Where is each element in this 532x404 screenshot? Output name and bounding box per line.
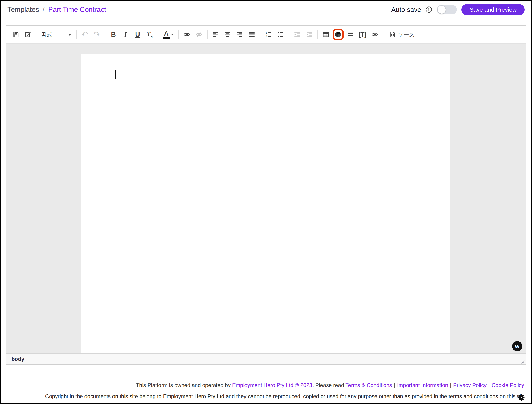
- toolbar-templates-button[interactable]: [22, 28, 34, 41]
- text-color-button[interactable]: A: [160, 28, 176, 41]
- indent-icon: [306, 31, 313, 38]
- remove-format-button[interactable]: Tx: [144, 28, 156, 41]
- breadcrumb-templates-link[interactable]: Templates: [7, 6, 39, 14]
- preview-button[interactable]: [369, 28, 381, 41]
- terms-conditions-link[interactable]: Terms & Conditions: [345, 382, 392, 388]
- toolbar-divider: [178, 30, 179, 39]
- resize-handle[interactable]: [519, 359, 525, 364]
- insert-table-button[interactable]: [320, 28, 332, 41]
- save-and-preview-button[interactable]: Save and Preview: [461, 4, 525, 15]
- undo-button[interactable]: ↶: [79, 28, 91, 41]
- undo-icon: ↶: [81, 31, 88, 38]
- toolbar-divider: [383, 30, 383, 39]
- text-color-icon: A: [163, 31, 170, 38]
- toolbar-divider: [260, 30, 260, 39]
- toolbar-divider: [289, 30, 289, 39]
- underline-icon: U: [135, 31, 140, 38]
- chevron-down-icon: [68, 34, 71, 36]
- indent-button[interactable]: [303, 28, 315, 41]
- text-block-button[interactable]: [T]: [357, 28, 369, 41]
- justify-icon: [249, 31, 255, 38]
- link-icon: [184, 31, 190, 38]
- source-label: ソース: [398, 31, 415, 38]
- breadcrumb-separator: /: [43, 6, 45, 14]
- toolbar-save-button[interactable]: [10, 28, 22, 41]
- numbered-list-button[interactable]: 1 2: [263, 28, 275, 41]
- employment-hero-link[interactable]: Employment Hero Pty Ltd © 2023: [232, 382, 312, 388]
- document-page[interactable]: [81, 54, 450, 353]
- toolbar-divider: [105, 30, 105, 39]
- breadcrumb-current-page[interactable]: Part Time Contract: [48, 6, 106, 14]
- footer-line-2: Copyright in the documents on this site …: [1, 391, 524, 402]
- edit-template-icon: [25, 31, 31, 38]
- editor-toolbar: 書式 ↶ ↷ B I U Tx A: [6, 26, 526, 44]
- outdent-button[interactable]: [291, 28, 303, 41]
- redo-button[interactable]: ↷: [91, 28, 103, 41]
- svg-text:2: 2: [266, 35, 267, 38]
- privacy-policy-link[interactable]: Privacy Policy: [453, 382, 487, 388]
- page-break-icon: [347, 31, 354, 38]
- watermark-logo[interactable]: w: [512, 341, 522, 351]
- footer-separator: |: [488, 382, 490, 388]
- footer: This Platform is owned and operated by E…: [1, 379, 524, 402]
- bold-button[interactable]: B: [107, 28, 119, 41]
- align-center-icon: [224, 31, 231, 38]
- align-right-icon: [237, 31, 243, 38]
- text-cursor: [115, 70, 116, 79]
- insert-placeholder-button[interactable]: [332, 28, 344, 41]
- format-dropdown[interactable]: 書式: [38, 28, 74, 41]
- preview-eye-icon: [371, 31, 378, 38]
- save-icon: [12, 31, 19, 38]
- editor-canvas: w: [6, 44, 526, 353]
- footer-text: . Please read: [312, 382, 346, 388]
- underline-button[interactable]: U: [132, 28, 144, 41]
- redo-icon: ↷: [93, 31, 100, 38]
- autosave-toggle[interactable]: [437, 5, 457, 14]
- align-left-button[interactable]: [210, 28, 222, 41]
- bulleted-list-icon: [277, 31, 284, 38]
- important-information-link[interactable]: Important Information: [397, 382, 448, 388]
- footer-line-1: This Platform is owned and operated by E…: [1, 379, 524, 391]
- copyright-text: Copyright in the documents on this site …: [45, 393, 522, 399]
- bold-icon: B: [111, 31, 116, 38]
- toolbar-divider: [76, 30, 77, 39]
- align-right-button[interactable]: [234, 28, 246, 41]
- toolbar-divider: [207, 30, 207, 39]
- rich-text-editor: 書式 ↶ ↷ B I U Tx A: [6, 25, 526, 365]
- top-actions: Auto save Save and Preview: [391, 4, 525, 15]
- highlight-annotation: [333, 29, 344, 40]
- justify-button[interactable]: [246, 28, 258, 41]
- italic-icon: I: [124, 31, 127, 38]
- info-icon[interactable]: [426, 6, 432, 13]
- element-path-body[interactable]: body: [11, 356, 24, 362]
- remove-format-icon: Tx: [147, 31, 153, 38]
- top-bar: Templates / Part Time Contract Auto save…: [1, 1, 531, 19]
- align-center-button[interactable]: [222, 28, 234, 41]
- editor-status-bar: body: [6, 353, 526, 364]
- toggle-knob: [438, 6, 446, 14]
- breadcrumb: Templates / Part Time Contract: [7, 6, 106, 14]
- settings-gear-icon[interactable]: [517, 393, 526, 402]
- unlink-button[interactable]: [193, 28, 205, 41]
- italic-button[interactable]: I: [119, 28, 132, 41]
- svg-text:1: 1: [266, 31, 267, 34]
- table-icon: [322, 31, 329, 38]
- link-button[interactable]: [181, 28, 193, 41]
- toolbar-divider: [317, 30, 318, 39]
- source-button[interactable]: ソース: [385, 28, 419, 41]
- source-icon: [389, 31, 396, 38]
- numbered-list-icon: 1 2: [265, 31, 272, 38]
- toolbar-divider: [36, 30, 36, 39]
- text-block-icon: [T]: [359, 32, 366, 38]
- format-dropdown-label: 書式: [41, 31, 52, 38]
- outdent-icon: [294, 31, 301, 38]
- bulleted-list-button[interactable]: [275, 28, 287, 41]
- footer-text: This Platform is owned and operated by: [136, 382, 232, 388]
- info-circle-icon: [426, 6, 432, 13]
- placeholder-cube-icon: [335, 31, 341, 38]
- footer-separator: |: [394, 382, 395, 388]
- page-break-button[interactable]: [344, 28, 357, 41]
- cookie-policy-link[interactable]: Cookie Policy: [492, 382, 524, 388]
- align-left-icon: [212, 31, 219, 38]
- resize-grip-icon: [519, 359, 525, 364]
